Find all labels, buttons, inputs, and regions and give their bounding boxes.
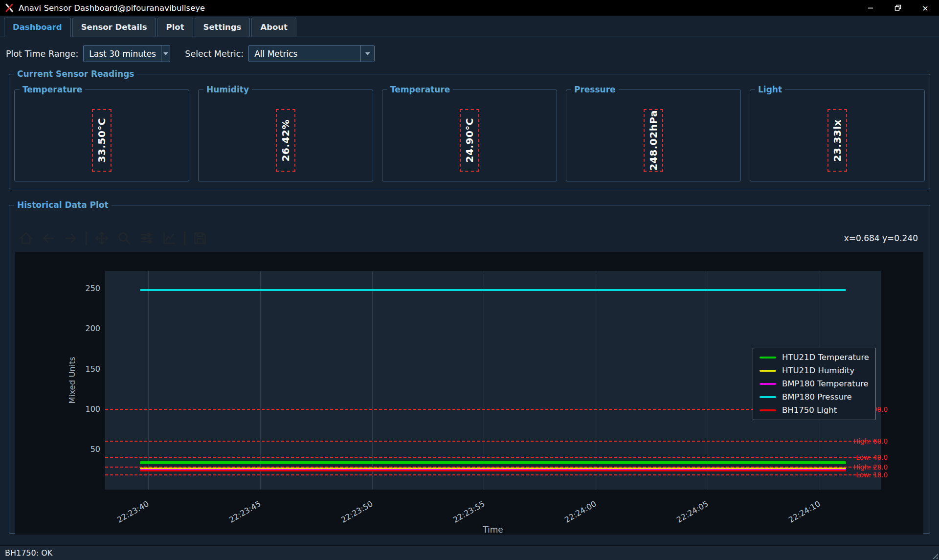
window-controls: ×	[857, 0, 939, 16]
status-bar: BH1750: OK	[0, 545, 939, 560]
minimize-button[interactable]	[857, 0, 884, 16]
legend-item: BMP180 Pressure	[760, 392, 869, 403]
zoom-icon	[116, 230, 132, 246]
customize-button[interactable]	[160, 229, 178, 247]
minimize-icon	[867, 4, 874, 12]
forward-button[interactable]	[62, 229, 80, 247]
sensor-card-title: Temperature	[387, 85, 453, 94]
close-icon: ×	[922, 3, 928, 13]
sensor-value-box: 23.33lx	[827, 109, 847, 172]
historical-plot-group: Historical Data Plot x=0.684 y=0.240 Mix…	[9, 200, 930, 534]
home-icon	[18, 230, 34, 246]
customize-icon	[161, 230, 177, 246]
tab-plot[interactable]: Plot	[157, 18, 193, 37]
subplots-button[interactable]	[138, 229, 156, 247]
filter-row: Plot Time Range: Last 30 minutes Select …	[6, 45, 939, 62]
time-range-label: Plot Time Range:	[6, 49, 78, 59]
metric-value: All Metrics	[254, 49, 360, 59]
pan-icon	[94, 230, 110, 246]
metric-label: Select Metric:	[185, 49, 244, 59]
x-axis-label: Time	[105, 525, 881, 535]
legend-label: HTU21D Temperature	[782, 352, 869, 363]
back-button[interactable]	[40, 229, 57, 247]
sensor-card-title: Pressure	[571, 85, 619, 94]
maximize-button[interactable]	[884, 0, 912, 16]
threshold-line	[105, 467, 881, 468]
x-tick-label: 22:24:05	[675, 499, 710, 524]
restore-icon	[894, 4, 902, 12]
x-tick-label: 22:23:40	[115, 499, 151, 524]
close-button[interactable]: ×	[912, 0, 939, 16]
chart-legend: HTU21D TemperatureHTU21D HumidityBMP180 …	[753, 348, 876, 420]
historical-plot-title: Historical Data Plot	[14, 200, 112, 210]
x-tick-label: 22:23:55	[451, 499, 486, 524]
sensor-card-title: Light	[755, 85, 785, 94]
legend-label: BMP180 Temperature	[782, 379, 869, 389]
toolbar-separator	[86, 231, 87, 245]
sensor-card-title: Humidity	[203, 85, 252, 94]
sensor-card-light: Light23.33lx	[750, 85, 925, 181]
tab-sensor-details[interactable]: Sensor Details	[72, 18, 156, 37]
y-axis-label: Mixed Units	[66, 271, 78, 490]
legend-swatch	[760, 357, 776, 358]
threshold-line	[105, 474, 881, 475]
legend-item: HTU21D Humidity	[760, 365, 869, 376]
sensor-card-title: Temperature	[20, 85, 85, 94]
window-title: Anavi Sensor Dashboard@pifouranavibullse…	[19, 3, 205, 13]
sensor-cards: Temperature33.50°CHumidity26.42%Temperat…	[9, 79, 930, 181]
tab-bar: DashboardSensor DetailsPlotSettingsAbout	[0, 16, 939, 37]
sensor-value: 24.90°C	[464, 118, 475, 162]
app-window: Anavi Sensor Dashboard@pifouranavibullse…	[0, 0, 939, 560]
resize-grip[interactable]	[931, 552, 938, 559]
series-bh1750-light	[140, 470, 846, 471]
pan-button[interactable]	[93, 229, 111, 247]
y-tick-label: 250	[85, 284, 100, 293]
threshold-line	[105, 441, 881, 442]
subplots-icon	[139, 230, 155, 246]
y-tick-label: 100	[85, 404, 100, 413]
sensor-card-humidity: Humidity26.42%	[198, 85, 373, 181]
metric-select[interactable]: All Metrics	[248, 45, 375, 62]
legend-item: BH1750 Light	[760, 405, 869, 416]
time-range-select[interactable]: Last 30 minutes	[83, 45, 170, 62]
threshold-label: Low: 40.0	[856, 453, 888, 461]
sensor-value: 248.02hPa	[648, 110, 659, 171]
legend-label: BH1750 Light	[782, 405, 837, 416]
threshold-label: Low: 18.0	[856, 471, 888, 479]
plot-axes: Mixed Units Time 22:23:4022:23:4522:23:5…	[105, 271, 881, 490]
current-readings-group: Current Sensor Readings Temperature33.50…	[9, 69, 930, 189]
series-bmp180-pressure	[140, 289, 846, 291]
threshold-label: High: 60.0	[853, 437, 888, 445]
legend-swatch	[760, 370, 776, 372]
save-icon	[192, 230, 208, 246]
y-tick-label: 50	[90, 444, 100, 453]
y-tick-label: 200	[85, 324, 100, 333]
plot-canvas[interactable]: Mixed Units Time 22:23:4022:23:4522:23:5…	[15, 252, 923, 535]
current-readings-title: Current Sensor Readings	[14, 69, 137, 79]
sensor-card-pressure: Pressure248.02hPa	[566, 85, 741, 181]
zoom-button[interactable]	[115, 229, 133, 247]
legend-item: HTU21D Temperature	[760, 352, 869, 363]
chevron-down-icon	[161, 45, 170, 62]
toolbar-separator	[184, 231, 185, 245]
legend-label: BMP180 Pressure	[782, 392, 852, 403]
status-text: BH1750: OK	[5, 548, 52, 558]
save-button[interactable]	[191, 229, 209, 247]
forward-icon	[63, 230, 79, 246]
home-button[interactable]	[17, 229, 35, 247]
chevron-down-icon	[360, 45, 374, 62]
plot-toolbar	[17, 229, 209, 247]
tab-about[interactable]: About	[251, 18, 296, 37]
tab-settings[interactable]: Settings	[195, 18, 250, 37]
legend-swatch	[760, 396, 776, 398]
sensor-card-temperature: Temperature33.50°C	[14, 85, 189, 181]
sensor-card-temperature: Temperature24.90°C	[382, 85, 557, 181]
titlebar: Anavi Sensor Dashboard@pifouranavibullse…	[0, 0, 939, 16]
x-tick-label: 22:23:50	[339, 499, 375, 524]
cursor-coordinates: x=0.684 y=0.240	[844, 233, 918, 243]
legend-item: BMP180 Temperature	[760, 379, 869, 389]
tab-dashboard[interactable]: Dashboard	[4, 18, 71, 37]
sensor-value: 26.42%	[280, 119, 291, 161]
sensor-value: 33.50°C	[96, 118, 108, 162]
time-range-value: Last 30 minutes	[89, 49, 161, 59]
